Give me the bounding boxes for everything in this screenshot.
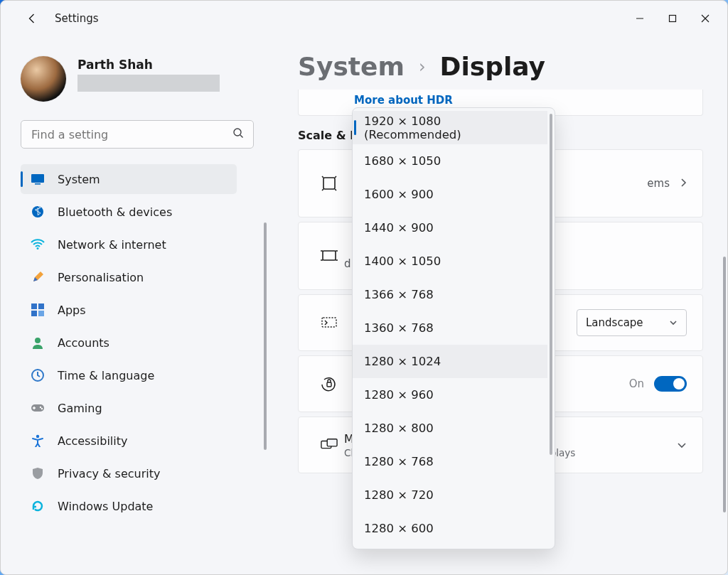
sidebar-item-label: System <box>58 173 100 186</box>
wifi-icon <box>31 237 45 252</box>
close-icon <box>701 14 710 23</box>
svg-rect-8 <box>31 311 37 316</box>
profile-email-redacted <box>77 75 220 92</box>
breadcrumb-parent[interactable]: System <box>298 52 405 81</box>
sidebar-item-label: Network & internet <box>58 238 166 252</box>
paintbrush-icon <box>31 270 45 284</box>
resolution-option[interactable]: 1280 × 600 <box>353 512 547 545</box>
sidebar-item-label: Apps <box>58 303 86 317</box>
search-icon <box>232 127 244 141</box>
search-input[interactable] <box>21 120 254 149</box>
svg-rect-21 <box>327 439 337 446</box>
rotation-state: On <box>629 377 644 390</box>
svg-point-1 <box>234 129 241 136</box>
resolution-option[interactable]: 1280 × 800 <box>353 412 547 445</box>
rotation-toggle[interactable] <box>654 376 687 392</box>
profile-block[interactable]: Parth Shah <box>21 56 254 102</box>
svg-point-5 <box>37 247 39 249</box>
settings-window: Settings Parth Shah <box>0 0 728 575</box>
sidebar-item-label: Accounts <box>58 336 109 350</box>
profile-name: Parth Shah <box>77 58 220 72</box>
search-field-wrap <box>21 120 254 149</box>
orientation-icon <box>314 314 344 331</box>
sidebar-item-time-language[interactable]: Time & language <box>21 360 237 390</box>
clock-globe-icon <box>31 368 45 382</box>
update-icon <box>31 499 45 513</box>
svg-point-13 <box>40 407 41 408</box>
resolution-option[interactable]: 1280 × 768 <box>353 445 547 478</box>
sidebar-item-windows-update[interactable]: Windows Update <box>21 491 237 521</box>
arrow-left-icon <box>26 13 38 24</box>
scale-icon <box>314 175 344 192</box>
sidebar-item-apps[interactable]: Apps <box>21 295 237 325</box>
sidebar-item-label: Time & language <box>58 369 154 382</box>
multiple-displays-icon <box>314 436 344 453</box>
resolution-option[interactable]: 1440 × 900 <box>353 211 547 244</box>
resolution-option[interactable]: 1920 × 1080 (Recommended) <box>353 111 547 144</box>
person-icon <box>31 335 45 350</box>
sidebar-item-personalisation[interactable]: Personalisation <box>21 262 237 292</box>
sidebar-item-label: Privacy & security <box>58 467 160 480</box>
resolution-option[interactable]: 1280 × 960 <box>353 378 547 412</box>
hdr-link[interactable]: More about HDR <box>354 94 453 107</box>
orientation-value: Landscape <box>586 316 643 329</box>
titlebar: Settings <box>1 1 727 36</box>
maximize-icon <box>668 14 677 23</box>
sidebar-item-bluetooth[interactable]: Bluetooth & devices <box>21 197 237 227</box>
back-button[interactable] <box>18 4 46 33</box>
sidebar-item-label: Accessibility <box>58 434 127 448</box>
svg-rect-19 <box>327 382 331 387</box>
dropdown-scrollbar[interactable] <box>547 108 555 549</box>
resolution-option[interactable]: 1400 × 1050 <box>353 244 547 278</box>
chevron-right-icon: › <box>419 57 426 77</box>
svg-point-15 <box>36 435 39 438</box>
svg-point-10 <box>35 338 41 343</box>
minimize-button[interactable] <box>623 4 656 33</box>
avatar <box>21 56 66 102</box>
svg-rect-2 <box>31 174 44 183</box>
sidebar-item-privacy[interactable]: Privacy & security <box>21 458 237 488</box>
sidebar-item-accessibility[interactable]: Accessibility <box>21 426 237 456</box>
sidebar-item-label: Gaming <box>58 402 102 415</box>
resolution-option[interactable]: 1600 × 900 <box>353 178 547 211</box>
sidebar: Parth Shah System Bluetooth & devices <box>1 36 264 574</box>
resolution-option[interactable]: 1680 × 1050 <box>353 144 547 178</box>
gamepad-icon <box>31 401 45 415</box>
breadcrumb: System › Display <box>298 52 703 81</box>
resolution-icon <box>314 247 344 264</box>
svg-rect-3 <box>35 183 41 185</box>
resolution-option[interactable]: 1366 × 768 <box>353 278 547 311</box>
apps-icon <box>31 303 45 317</box>
chevron-down-icon <box>669 318 678 327</box>
sidebar-nav: System Bluetooth & devices Network & int… <box>21 164 254 521</box>
sidebar-item-gaming[interactable]: Gaming <box>21 393 237 423</box>
sidebar-item-network[interactable]: Network & internet <box>21 230 237 259</box>
svg-rect-7 <box>38 303 44 309</box>
system-icon <box>31 172 45 186</box>
window-controls <box>623 4 722 33</box>
svg-rect-16 <box>323 178 335 189</box>
app-title: Settings <box>55 12 99 25</box>
svg-point-14 <box>41 408 43 409</box>
svg-rect-18 <box>322 318 336 327</box>
svg-rect-0 <box>670 16 676 22</box>
shield-icon <box>31 466 45 480</box>
accessibility-icon <box>31 434 45 448</box>
resolution-option[interactable]: 1280 × 1024 <box>353 345 547 378</box>
chevron-down-icon <box>677 439 687 452</box>
sidebar-item-label: Bluetooth & devices <box>58 205 172 219</box>
orientation-select[interactable]: Landscape <box>577 309 687 336</box>
svg-rect-9 <box>38 311 44 316</box>
resolution-dropdown[interactable]: 1920 × 1080 (Recommended) 1680 × 1050 16… <box>352 107 555 549</box>
rotation-lock-icon <box>314 375 344 392</box>
resolution-option[interactable]: 1280 × 720 <box>353 478 547 512</box>
sidebar-item-accounts[interactable]: Accounts <box>21 328 237 358</box>
svg-rect-17 <box>323 251 336 260</box>
breadcrumb-current: Display <box>440 52 545 81</box>
resolution-option[interactable]: 1360 × 768 <box>353 311 547 345</box>
bluetooth-icon <box>31 205 45 219</box>
sidebar-item-system[interactable]: System <box>21 164 237 194</box>
close-button[interactable] <box>689 4 722 33</box>
minimize-icon <box>636 14 644 23</box>
maximize-button[interactable] <box>656 4 689 33</box>
